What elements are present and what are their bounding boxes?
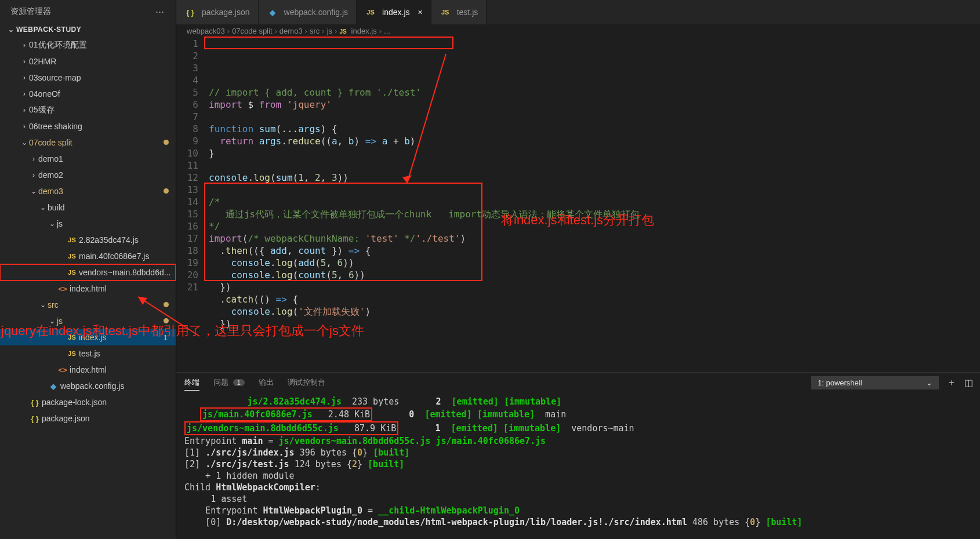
tree-item-label: demo3 [38, 187, 63, 196]
chevron-right-icon: › [20, 90, 29, 98]
tree-file[interactable]: JS2.82a35dc474.js [0, 232, 176, 248]
tab-label: webpack.config.js [284, 8, 349, 17]
tree-item-label: index.html [70, 365, 107, 374]
code-editor[interactable]: 123456789101112131415161718192021 // imp… [176, 38, 980, 372]
terminal-line: Entrypoint main = js/vendors~main.8dbdd6… [184, 435, 972, 447]
tree-folder[interactable]: ›03source-map [0, 70, 176, 86]
file-tree: ›01优化环境配置›02HMR›03source-map›04oneOf›05缓… [0, 37, 176, 539]
explorer-title: 资源管理器 [10, 6, 51, 17]
chevron-down-icon: ⌄ [29, 187, 38, 195]
tree-file[interactable]: JSmain.40fc0686e7.js [0, 248, 176, 264]
editor-tab[interactable]: JSindex.js× [357, 0, 431, 24]
terminal-line: 1 asset [184, 493, 972, 505]
more-actions-icon[interactable]: ··· [152, 5, 168, 19]
breadcrumb-item[interactable]: 07code split [232, 27, 272, 35]
tree-folder[interactable]: ›demo1 [0, 151, 176, 167]
chevron-right-icon: › [335, 27, 337, 35]
terminal-line: [0] D:/desktop/webpack-study/node_module… [184, 516, 972, 528]
close-icon[interactable]: × [418, 8, 423, 17]
terminal-output[interactable]: js/2.82a35dc474.js 233 bytes 2 [emitted]… [176, 392, 980, 539]
tree-item-label: js [57, 219, 63, 228]
explorer-sidebar: 资源管理器 ··· ⌄ WEBPACK-STUDY ›01优化环境配置›02HM… [0, 0, 176, 539]
tree-folder[interactable]: ⌄src [0, 297, 176, 313]
tree-folder[interactable]: ›01优化环境配置 [0, 37, 176, 53]
breadcrumb-item[interactable]: demo3 [280, 27, 303, 35]
tree-folder[interactable]: ⌄js [0, 313, 176, 329]
chevron-right-icon: › [20, 106, 29, 114]
tree-item-label: build [48, 203, 65, 212]
modified-badge: 1 [164, 333, 168, 342]
tree-folder[interactable]: ⌄07code split [0, 134, 176, 151]
tab-debug-console[interactable]: 调试控制台 [288, 375, 325, 390]
tree-folder[interactable]: ›02HMR [0, 53, 176, 70]
tree-item-label: 2.82a35dc474.js [79, 235, 139, 245]
breadcrumb-item[interactable]: src [310, 27, 320, 35]
code-content[interactable]: // import { add, count } from './test'im… [206, 38, 980, 372]
split-terminal-icon[interactable]: ◫ [964, 377, 973, 388]
chevron-down-icon: ⌄ [48, 317, 57, 325]
problems-count-badge: 1 [233, 379, 245, 386]
tree-file[interactable]: JSvendors~main.8dbdd6d... [0, 264, 176, 281]
terminal-line: js/2.82a35dc474.js 233 bytes 2 [emitted]… [184, 396, 972, 407]
tree-file[interactable]: { }package-lock.json [0, 394, 176, 410]
editor-region: { }package.json◆webpack.config.jsJSindex… [176, 0, 980, 539]
bottom-panel: 终端 问题 1 输出 调试控制台 1: powershell ⌄ ＋ ◫ [176, 372, 980, 539]
breadcrumb-item[interactable]: index.js [351, 27, 377, 35]
tree-item-label: demo1 [38, 154, 63, 163]
chevron-down-icon: ⌄ [926, 378, 932, 387]
chevron-right-icon: › [379, 27, 382, 35]
tree-item-label: 01优化环境配置 [29, 40, 87, 50]
tree-file[interactable]: JStest.js [0, 345, 176, 362]
tab-output[interactable]: 输出 [259, 375, 274, 390]
new-terminal-icon[interactable]: ＋ [947, 377, 956, 389]
project-header[interactable]: ⌄ WEBPACK-STUDY [0, 22, 176, 37]
chevron-right-icon: › [29, 171, 38, 179]
chevron-right-icon: › [20, 74, 29, 82]
chevron-right-icon: › [20, 122, 29, 130]
tab-label: test.js [457, 8, 478, 17]
tree-folder[interactable]: ⌄demo3 [0, 183, 176, 199]
tree-file[interactable]: JSindex.js1 [0, 329, 176, 345]
tab-problems[interactable]: 问题 1 [213, 375, 245, 390]
tree-folder[interactable]: ›04oneOf [0, 86, 176, 102]
line-gutter: 123456789101112131415161718192021 [176, 38, 206, 372]
breadcrumb[interactable]: webpack03›07code split›demo3›src›js›JSin… [176, 24, 980, 38]
tree-folder[interactable]: ›demo2 [0, 167, 176, 183]
breadcrumb-item[interactable]: js [327, 27, 332, 35]
terminal-line: Child HtmlWebpackCompiler: [184, 482, 972, 493]
tree-folder[interactable]: ›05缓存 [0, 102, 176, 118]
terminal-line: [1] ./src/js/index.js 396 bytes {0} [bui… [184, 447, 972, 458]
terminal-shell-select[interactable]: 1: powershell ⌄ [811, 376, 939, 389]
chevron-right-icon: › [305, 27, 307, 35]
tree-item-label: test.js [79, 349, 100, 358]
chevron-right-icon: › [20, 41, 29, 49]
tree-file[interactable]: { }package.json [0, 410, 176, 427]
tab-label: index.js [382, 8, 409, 17]
editor-tab[interactable]: ◆webpack.config.js [259, 0, 357, 24]
tree-folder[interactable]: ›06tree shaking [0, 118, 176, 134]
chevron-down-icon: ⌄ [6, 26, 16, 34]
tree-file[interactable]: ◆webpack.config.js [0, 378, 176, 394]
annotation-box-line1 [204, 37, 453, 49]
tree-item-label: webpack.config.js [60, 381, 125, 391]
breadcrumb-item[interactable]: webpack03 [187, 27, 225, 35]
tree-item-label: index.html [70, 284, 107, 293]
tree-file[interactable]: <>index.html [0, 281, 176, 297]
tab-terminal[interactable]: 终端 [184, 375, 199, 391]
editor-tab[interactable]: JStest.js [431, 0, 487, 24]
editor-tabs: { }package.json◆webpack.config.jsJSindex… [176, 0, 980, 24]
tree-item-label: main.40fc0686e7.js [79, 252, 149, 261]
tree-folder[interactable]: ⌄js [0, 216, 176, 232]
chevron-right-icon: › [20, 57, 29, 65]
chevron-down-icon: ⌄ [38, 301, 48, 309]
breadcrumb-item[interactable]: ... [384, 27, 390, 35]
terminal-line: [2] ./src/js/test.js 124 bytes {2} [buil… [184, 458, 972, 470]
tree-item-label: src [48, 300, 59, 309]
project-name: WEBPACK-STUDY [16, 26, 81, 34]
tree-folder[interactable]: ⌄build [0, 199, 176, 216]
chevron-right-icon: › [275, 27, 277, 35]
editor-tab[interactable]: { }package.json [176, 0, 259, 24]
terminal-line: Entrypoint HtmlWebpackPlugin_0 = __child… [184, 505, 972, 516]
tree-item-label: 03source-map [29, 73, 81, 82]
tree-file[interactable]: <>index.html [0, 362, 176, 378]
